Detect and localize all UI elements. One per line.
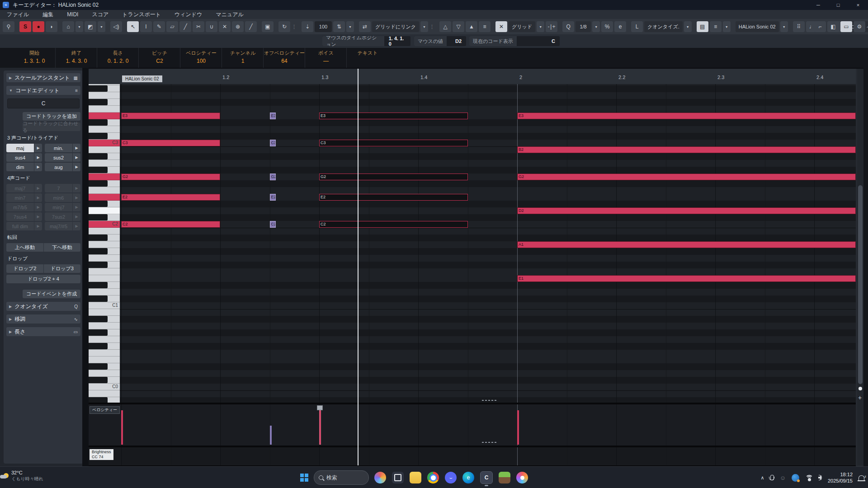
piano-key-A#0[interactable]: [89, 316, 120, 323]
project-cursor[interactable]: [358, 69, 359, 465]
cc-lane-selector[interactable]: Brightness CC 74: [90, 449, 113, 460]
piano-key-D#3[interactable]: [89, 119, 120, 126]
piano-key-D#2[interactable]: [89, 201, 120, 207]
menu-item-5[interactable]: ウィンドウ: [168, 11, 209, 19]
note-event-C2[interactable]: C2: [270, 221, 276, 228]
piano-key-G1[interactable]: [89, 255, 120, 262]
nudge-start-left-icon[interactable]: △: [439, 21, 451, 32]
indicate-transpositions-icon[interactable]: ◩: [85, 21, 96, 32]
app-discord-icon[interactable]: ⌣: [445, 472, 457, 483]
menu-item-2[interactable]: MIDI: [60, 11, 85, 18]
piano-key-C0[interactable]: C0: [89, 384, 120, 390]
piano-key-F#0[interactable]: [89, 343, 120, 350]
start-button[interactable]: [300, 474, 308, 482]
step-input-icon[interactable]: ⠿: [793, 21, 805, 32]
wifi-icon[interactable]: [805, 475, 812, 480]
piano-keyboard[interactable]: C3C2C1C0: [89, 84, 120, 403]
velocity-bar[interactable]: [121, 410, 123, 445]
minimize-button[interactable]: ─: [808, 0, 828, 10]
chord-edit-panel[interactable]: ▼コードエディット≡: [6, 86, 80, 95]
insert-velocity-value[interactable]: 100: [315, 21, 332, 32]
tray-chevron-up-icon[interactable]: ∧: [761, 475, 764, 481]
menu-item-6[interactable]: マニュアル: [209, 11, 250, 19]
note-event-C3[interactable]: C3: [319, 140, 468, 146]
mute-tool[interactable]: ✕: [219, 21, 231, 32]
link-to-grid-label[interactable]: グリッドにリンク: [372, 21, 419, 32]
piano-key-E3[interactable]: [89, 113, 120, 119]
piano-key-G3[interactable]: [89, 92, 120, 99]
note-event-C2[interactable]: C2: [121, 221, 220, 228]
chord-variant-arrow-icon[interactable]: ▶: [34, 144, 42, 152]
zoom-handle-icon[interactable]: [859, 387, 862, 390]
menu-item-0[interactable]: ファイル: [0, 11, 36, 19]
note-event-E3[interactable]: E3: [270, 113, 276, 119]
link-editors-icon[interactable]: ⌐: [814, 21, 826, 32]
piano-key-A0[interactable]: [89, 323, 120, 329]
app-minecraft-icon[interactable]: [499, 472, 510, 483]
lane-divider-middle[interactable]: [89, 446, 856, 447]
quantize-preset-value[interactable]: 1/8: [576, 21, 591, 32]
piano-key-A1[interactable]: [89, 241, 120, 248]
independent-track-loop-icon[interactable]: ↻: [278, 21, 290, 32]
quantize-panel-icon[interactable]: e: [614, 21, 626, 32]
piano-key-G#2[interactable]: [89, 167, 120, 174]
part-selector-value[interactable]: HALion Sonic 02: [736, 21, 779, 32]
create-chord-event-button[interactable]: コードイベントを作成: [23, 290, 80, 298]
move-down-button[interactable]: 下へ移動: [44, 243, 81, 252]
pitch-visibility-icon[interactable]: ⌂: [62, 21, 74, 32]
piano-key-G#0[interactable]: [89, 329, 120, 336]
menu-item-4[interactable]: トランスポート: [115, 11, 168, 19]
info-field-6[interactable]: オフベロシティー64: [263, 48, 305, 68]
note-event-C3[interactable]: C3: [121, 140, 220, 146]
audition-icon[interactable]: ◁): [110, 21, 122, 32]
piano-key-F0[interactable]: [89, 350, 120, 357]
info-field-1[interactable]: 終了1. 4. 3. 0: [55, 48, 97, 68]
note-event-E2[interactable]: E2: [270, 194, 276, 201]
drop2-button[interactable]: ドロップ2: [6, 264, 43, 273]
piano-key-E1[interactable]: [89, 275, 120, 282]
piano-key-G#1[interactable]: [89, 248, 120, 255]
app-cubase-icon[interactable]: C: [480, 471, 493, 484]
erase-tool[interactable]: ▱: [166, 21, 178, 32]
piano-key-E2[interactable]: [89, 194, 120, 201]
piano-key-B2[interactable]: [89, 146, 120, 153]
piano-key-F2[interactable]: [89, 187, 120, 194]
comp-tool[interactable]: ╱: [245, 21, 257, 32]
piano-key-A#2[interactable]: [89, 153, 120, 160]
info-field-7[interactable]: ボイス—: [305, 48, 347, 68]
note-event-D2[interactable]: D2: [517, 207, 856, 214]
part-name-tag[interactable]: HALion Sonic 02: [122, 75, 162, 82]
chord-type-sus2[interactable]: sus2▶: [45, 153, 80, 162]
snap-type-label[interactable]: グリッド: [509, 21, 535, 32]
chord-type-dim[interactable]: dim▶: [6, 163, 42, 171]
piano-key-D0[interactable]: [89, 370, 120, 377]
piano-key-B1[interactable]: [89, 228, 120, 235]
close-button[interactable]: ×: [848, 0, 868, 10]
piano-key-F#3[interactable]: [89, 99, 120, 106]
auto-scroll-icon[interactable]: ▣: [262, 21, 274, 32]
piano-key-C1[interactable]: C1: [89, 302, 120, 309]
info-field-4[interactable]: ベロシティー100: [180, 48, 222, 68]
note-event-G2[interactable]: G2: [270, 174, 276, 180]
range-selection-tool[interactable]: I: [140, 21, 152, 32]
length-quantize-value[interactable]: クオンタイズ.: [644, 21, 683, 32]
piano-key-C#3[interactable]: [89, 133, 120, 140]
chord-type-maj[interactable]: maj▶: [6, 144, 42, 152]
lane-resize-dashes[interactable]: [482, 442, 496, 443]
info-field-2[interactable]: 長さ0. 1. 2. 0: [97, 48, 139, 68]
move-up-button[interactable]: 上へ移動: [6, 243, 43, 252]
link-to-grid-more-icon[interactable]: ⋮: [429, 21, 434, 32]
info-field-3[interactable]: ピッチC2: [138, 48, 180, 68]
piano-key-F1[interactable]: [89, 268, 120, 275]
chord-variant-arrow-icon[interactable]: ▶: [73, 163, 80, 171]
note-event-E3[interactable]: E3: [517, 113, 856, 119]
lane-divider-top[interactable]: [89, 403, 856, 404]
collapsed-panel-2[interactable]: ▶長さ▭: [6, 327, 80, 336]
app-edge-icon[interactable]: e: [462, 472, 474, 483]
note-event-E3[interactable]: E3: [319, 113, 468, 119]
piano-key-A2[interactable]: [89, 160, 120, 167]
piano-key-E0[interactable]: [89, 357, 120, 363]
microphone-icon[interactable]: [770, 475, 774, 480]
menu-item-1[interactable]: 編集: [36, 11, 60, 19]
velocity-bar[interactable]: [517, 410, 519, 445]
